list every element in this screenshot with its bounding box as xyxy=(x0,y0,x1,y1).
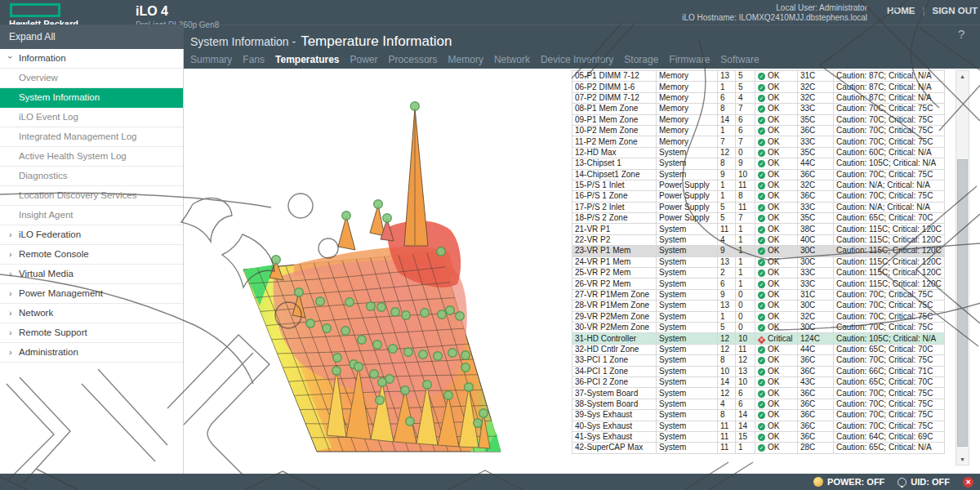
table-row[interactable]: 14-Chipset1 ZoneSystem910✓OK36CCaution: … xyxy=(572,169,945,180)
table-row[interactable]: 38-System BoardSystem46✓OK36CCaution: 70… xyxy=(572,399,945,409)
sensor-marker xyxy=(373,341,382,350)
tab-memory[interactable]: Memory xyxy=(448,51,483,68)
session-info: Local User: Administrator iLO Hostname: … xyxy=(682,3,867,23)
tab-power[interactable]: Power xyxy=(350,51,378,68)
cell-name: 09-P1 Mem Zone xyxy=(572,114,657,125)
table-row[interactable]: 41-Sys ExhaustSystem1115✓OK36CCaution: 6… xyxy=(572,431,945,442)
sidebar-item-remote-console[interactable]: ›Remote Console xyxy=(0,245,183,265)
sensor-marker xyxy=(419,350,428,359)
table-row[interactable]: 28-VR P1Mem ZoneSystem130✓OK30CCaution: … xyxy=(572,301,945,311)
tab-processors[interactable]: Processors xyxy=(389,51,438,68)
cell-status: ✓OK xyxy=(755,125,798,136)
sidebar-item-administration[interactable]: ›Administration xyxy=(0,343,183,363)
sidebar-item-ilo-event-log[interactable]: iLO Event Log xyxy=(0,108,183,127)
table-row[interactable]: 16-P/S 1 ZonePower Supply18✓OK36CCaution… xyxy=(572,191,945,202)
cell-status: ✓OK xyxy=(755,136,798,147)
cell-thresholds: Caution: 70C; Critical: 75C xyxy=(834,136,945,147)
sidebar-item-location-discovery-services[interactable]: Location Discovery Services xyxy=(0,186,183,206)
table-row[interactable]: 32-HD Cntlr ZoneSystem1211✓OK44CCaution:… xyxy=(572,344,945,354)
sensor-marker xyxy=(446,306,455,315)
uid-status[interactable]: UID: OFF xyxy=(898,477,950,487)
table-scrollbar[interactable]: ▲ ▼ xyxy=(956,70,969,466)
tab-device-inventory[interactable]: Device Inventory xyxy=(541,51,613,68)
table-row[interactable]: 34-PCI 1 ZoneSystem1013✓OK36CCaution: 66… xyxy=(572,366,945,376)
sidebar-item-virtual-media[interactable]: ›Virtual Media xyxy=(0,265,183,284)
table-row[interactable]: 07-P2 DIMM 7-12Memory64✓OK32CCaution: 87… xyxy=(572,92,945,103)
table-row[interactable]: 25-VR P2 MemSystem21✓OK33CCaution: 115C;… xyxy=(572,268,945,278)
scroll-down-arrow-icon[interactable]: ▼ xyxy=(956,454,969,465)
table-row[interactable]: 24-VR P1 MemSystem131✓OK30CCaution: 115C… xyxy=(572,256,945,267)
sidebar-item-network[interactable]: ›Network xyxy=(0,304,183,323)
sidebar-item-overview[interactable]: Overview xyxy=(0,69,183,88)
sidebar-item-label: Remote Console xyxy=(19,249,89,259)
cell-x: 5 xyxy=(718,322,736,332)
cell-y: 1 xyxy=(736,278,755,289)
table-row[interactable]: 09-P1 Mem ZoneMemory146✓OK35CCaution: 70… xyxy=(572,114,945,125)
table-row[interactable]: 11-P2 Mem ZoneMemory77✓OK33CCaution: 70C… xyxy=(572,136,945,147)
sign-out-link[interactable]: SIGN OUT xyxy=(933,6,978,16)
sidebar-item-ilo-federation[interactable]: ›iLO Federation xyxy=(0,225,183,245)
cell-thresholds: Caution: 87C; Critical: N/A xyxy=(834,92,945,103)
table-row[interactable]: 21-VR P1System111✓OK38CCaution: 115C; Cr… xyxy=(572,224,945,234)
table-row[interactable]: 05-P1 DIMM 7-12Memory135✓OK31CCaution: 8… xyxy=(572,71,945,82)
sidebar-item-information[interactable]: ›Information xyxy=(0,49,183,69)
sidebar-item-active-health-system-log[interactable]: Active Health System Log xyxy=(0,147,183,167)
home-link[interactable]: HOME xyxy=(887,6,915,16)
table-row[interactable]: 39-Sys ExhaustSystem814✓OK36CCaution: 70… xyxy=(572,410,945,421)
table-row[interactable]: 08-P1 Mem ZoneMemory87✓OK33CCaution: 70C… xyxy=(572,104,945,114)
cell-name: 37-System Board xyxy=(572,388,657,399)
tab-storage[interactable]: Storage xyxy=(624,51,658,68)
table-row[interactable]: 27-VR P1Mem ZoneSystem90✓OK31CCaution: 7… xyxy=(572,289,945,300)
sidebar-item-insight-agent[interactable]: Insight Agent xyxy=(0,206,183,225)
tab-temperatures[interactable]: Temperatures xyxy=(275,51,339,68)
table-row[interactable]: 26-VR P2 MemSystem61✓OK33CCaution: 115C;… xyxy=(572,278,945,289)
tab-network[interactable]: Network xyxy=(494,51,530,68)
table-row[interactable]: 12-HD MaxSystem120✓OK35CCaution: 60C; Cr… xyxy=(572,147,945,158)
tab-software[interactable]: Software xyxy=(720,51,759,68)
sidebar-item-remote-support[interactable]: ›Remote Support xyxy=(0,323,183,343)
cell-location: Memory xyxy=(657,114,718,125)
cell-name: 33-PCI 1 Zone xyxy=(572,355,657,366)
cell-name: 21-VR P1 xyxy=(572,224,657,234)
tab-firmware[interactable]: Firmware xyxy=(669,51,710,68)
scrollbar-thumb[interactable] xyxy=(957,159,968,447)
cell-y: 14 xyxy=(736,421,755,431)
table-row[interactable]: 13-Chipset 1System89✓OK44CCaution: 105C;… xyxy=(572,158,945,169)
table-row[interactable]: 31-HD ControllerSystem1210✕Critical124CC… xyxy=(572,333,945,344)
table-row[interactable]: 22-VR P2System41✓OK40CCaution: 115C; Cri… xyxy=(572,234,945,245)
table-row[interactable]: 36-PCI 2 ZoneSystem1410✓OK43CCaution: 65… xyxy=(572,376,945,387)
sidebar-item-label: System Information xyxy=(19,92,100,102)
table-row[interactable]: 10-P2 Mem ZoneMemory16✓OK36CCaution: 70C… xyxy=(572,125,945,136)
close-button[interactable]: ✕ xyxy=(963,477,973,488)
cell-y: 10 xyxy=(736,333,755,344)
table-row[interactable]: 37-System BoardSystem126✓OK36CCaution: 7… xyxy=(572,388,945,399)
sidebar-item-system-information[interactable]: System Information xyxy=(0,88,183,108)
table-row[interactable]: 40-Sys ExhaustSystem1114✓OK36CCaution: 7… xyxy=(572,421,945,431)
temperature-surface-chart xyxy=(196,70,572,470)
table-row[interactable]: 17-P/S 2 InletPower Supply511✓OK33CCauti… xyxy=(572,202,945,212)
sidebar-item-integrated-management-log[interactable]: Integrated Management Log xyxy=(0,127,183,147)
tab-summary[interactable]: Summary xyxy=(190,51,232,68)
help-icon[interactable]: ? xyxy=(958,27,964,41)
sensor-marker xyxy=(444,391,453,400)
table-row[interactable]: 30-VR P2Mem ZoneSystem50✓OK30CCaution: 7… xyxy=(572,322,945,332)
table-row[interactable]: 18-P/S 2 ZonePower Supply57✓OK35CCaution… xyxy=(572,213,945,224)
sidebar-item-diagnostics[interactable]: Diagnostics xyxy=(0,167,183,186)
status-ok-icon: ✓ xyxy=(758,412,765,419)
table-row[interactable]: 15-P/S 1 InletPower Supply111✓OK32CCauti… xyxy=(572,180,945,190)
scroll-up-arrow-icon[interactable]: ▲ xyxy=(956,71,969,82)
power-status[interactable]: POWER: OFF xyxy=(813,477,884,487)
hpe-logo-mark xyxy=(10,3,60,17)
cell-x: 8 xyxy=(718,355,736,366)
table-row[interactable]: 06-P2 DIMM 1-6Memory15✓OK32CCaution: 87C… xyxy=(572,82,945,92)
cell-name: 41-Sys Exhaust xyxy=(572,431,657,442)
table-row[interactable]: 33-PCI 1 ZoneSystem812✓OK36CCaution: 70C… xyxy=(572,355,945,366)
table-row[interactable]: 23-VR P1 MemSystem91✓OK30CCaution: 115C;… xyxy=(572,246,945,256)
status-ok-icon: ✓ xyxy=(758,346,765,354)
table-row[interactable]: 42-SuperCAP MaxSystem111✓OK28CCaution: 6… xyxy=(572,443,945,453)
expand-all-button[interactable]: Expand All xyxy=(0,24,184,49)
tab-fans[interactable]: Fans xyxy=(243,51,265,68)
sidebar-item-power-management[interactable]: ›Power Management xyxy=(0,284,183,304)
cell-location: System xyxy=(657,421,718,431)
table-row[interactable]: 29-VR P2Mem ZoneSystem10✓OK32CCaution: 7… xyxy=(572,311,945,322)
